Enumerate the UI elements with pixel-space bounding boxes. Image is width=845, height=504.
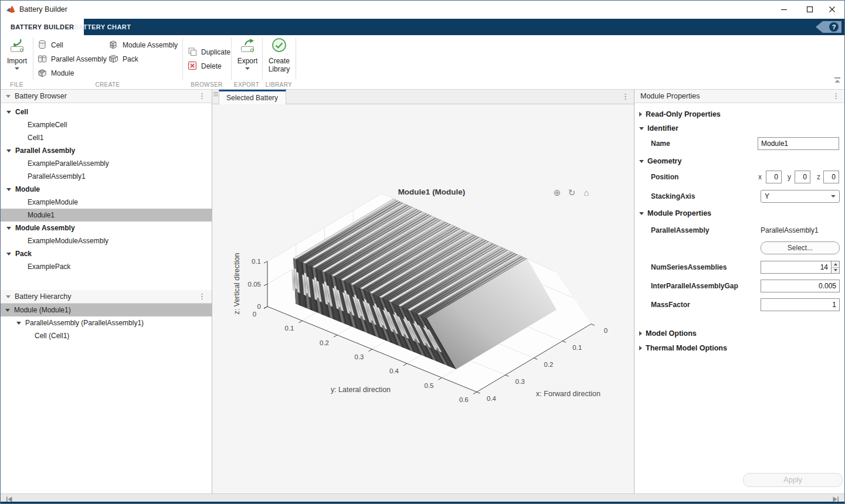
tree-group-module-assembly[interactable]: Module Assembly — [1, 222, 212, 234]
chevron-down-icon[interactable] — [6, 188, 11, 191]
num-series-spinner[interactable] — [832, 261, 840, 274]
parallel-assembly-icon — [37, 53, 47, 66]
tab-selected-battery[interactable]: Selected Battery — [219, 90, 286, 104]
delete-button[interactable]: Delete — [187, 59, 222, 73]
maximize-button[interactable] — [801, 3, 819, 16]
section-read-only-properties[interactable]: Read-Only Properties — [639, 108, 721, 121]
chevron-right-icon[interactable] — [639, 331, 642, 336]
tree-label: Pack — [15, 250, 32, 258]
section-thermal-model-options[interactable]: Thermal Model Options — [639, 342, 727, 355]
tree-item-exampleparallelassembly[interactable]: ExampleParallelAssembly — [1, 157, 212, 170]
section-module-properties[interactable]: Module Properties — [639, 207, 711, 220]
position-z-field[interactable] — [823, 171, 839, 183]
battery-3d-plot[interactable]: 00.10.20.30.40.50.600.10.20.30.400.050.1… — [212, 104, 634, 495]
chevron-down-icon[interactable] — [6, 149, 11, 152]
chevron-down-icon[interactable] — [16, 322, 21, 325]
tree-label: ExampleParallelAssembly — [28, 159, 109, 168]
create-cell-button[interactable]: Cell — [37, 38, 63, 52]
collapse-icon[interactable] — [6, 295, 11, 298]
import-icon — [8, 38, 26, 56]
module-icon — [37, 67, 47, 80]
spinner-up-icon[interactable] — [832, 261, 839, 268]
tree-group-cell[interactable]: Cell — [1, 105, 212, 118]
chevron-down-icon[interactable] — [639, 127, 644, 130]
panel-menu-icon[interactable]: ⋮ — [198, 91, 206, 100]
position-y-label: y — [788, 171, 793, 183]
create-library-label: Create Library — [264, 57, 294, 73]
battery-browser-header[interactable]: Battery Browser ⋮ — [1, 90, 212, 103]
tree-label: Cell1 — [28, 134, 43, 142]
chevron-down-icon[interactable] — [6, 227, 11, 230]
battery-hierarchy-header[interactable]: Battery Hierarchy ⋮ — [1, 290, 212, 304]
spinner-down-icon[interactable] — [832, 268, 839, 274]
chevron-down-icon[interactable] — [639, 212, 644, 215]
position-x-field[interactable] — [766, 171, 782, 183]
panel-menu-icon[interactable]: ⋮ — [832, 91, 840, 100]
stacking-axis-dropdown[interactable]: Y — [761, 190, 840, 203]
chevron-down-icon[interactable] — [6, 111, 11, 114]
section-geometry[interactable]: Geometry — [639, 155, 681, 168]
chevron-down-icon[interactable] — [5, 309, 10, 312]
tab-battery-chart[interactable]: BATTERY CHART — [64, 19, 141, 35]
create-module-button[interactable]: Module — [37, 66, 74, 80]
x-tick-label: 0.3 — [515, 378, 525, 385]
minimize-button[interactable] — [775, 3, 793, 16]
panel-menu-icon[interactable]: ⋮ — [622, 92, 629, 101]
panel-menu-icon[interactable]: ⋮ — [198, 292, 206, 301]
y-tick-label: 0.6 — [459, 396, 469, 403]
plot-title: Module1 (Module) — [398, 188, 466, 196]
section-model-options[interactable]: Model Options — [639, 327, 697, 340]
export-button[interactable]: Export — [234, 38, 261, 70]
export-icon — [239, 38, 256, 56]
tree-label: Parallel Assembly — [15, 147, 75, 155]
apply-button[interactable]: Apply — [743, 473, 843, 487]
help-button[interactable]: ? — [816, 21, 841, 33]
hierarchy-row-parallelassembly[interactable]: ParallelAssembly (ParallelAssembly1) — [1, 316, 212, 329]
section-identifier[interactable]: Identifier — [639, 122, 678, 135]
tree-item-module1[interactable]: Module1 — [1, 209, 212, 222]
y-tick-label: 0.3 — [355, 353, 364, 360]
create-library-button[interactable]: Create Library — [264, 38, 294, 73]
inter-parallel-assembly-gap-field[interactable] — [761, 280, 840, 292]
name-field[interactable] — [758, 137, 839, 150]
tree-item-examplemodule[interactable]: ExampleModule — [1, 196, 212, 209]
plot-toolbar-rotate-icon[interactable]: ↻ — [568, 188, 576, 197]
tree-label: Module1 — [28, 211, 55, 219]
tree-group-pack[interactable]: Pack — [1, 247, 212, 260]
chevron-right-icon[interactable] — [639, 112, 642, 117]
import-button[interactable]: Import — [4, 38, 30, 70]
create-parallel-assembly-button[interactable]: Parallel Assembly — [37, 52, 107, 66]
collapse-toolstrip-icon[interactable] — [833, 76, 842, 87]
tree-item-parallelassembly1[interactable]: ParallelAssembly1 — [1, 170, 212, 183]
plot-toolbar-home-icon[interactable]: ⌂ — [583, 188, 589, 197]
select-parallel-assembly-button[interactable]: Select... — [761, 241, 840, 254]
duplicate-button[interactable]: Duplicate — [187, 45, 230, 59]
create-library-icon — [271, 38, 287, 56]
panel-drag-handle[interactable] — [213, 92, 218, 96]
tree-group-module[interactable]: Module — [1, 183, 212, 196]
section-title: Model Options — [646, 329, 697, 338]
tree-item-cell1[interactable]: Cell1 — [1, 131, 212, 144]
create-pack-button[interactable]: Pack — [108, 52, 138, 66]
tree-item-examplemoduleassembly[interactable]: ExampleModuleAssembly — [1, 234, 212, 247]
parallel-assembly-label: Parallel Assembly — [51, 55, 107, 63]
tree-label: ExampleModule — [28, 198, 78, 206]
plot-toolbar-pan-icon[interactable]: ⊕ — [554, 188, 561, 197]
create-module-assembly-button[interactable]: Module Assembly — [108, 38, 178, 52]
tree-item-examplecell[interactable]: ExampleCell — [1, 118, 212, 131]
tree-item-examplepack[interactable]: ExamplePack — [1, 260, 212, 273]
chevron-down-icon[interactable] — [6, 253, 11, 256]
num-series-assemblies-field[interactable] — [761, 261, 832, 274]
tree-group-parallel-assembly[interactable]: Parallel Assembly — [1, 144, 212, 157]
chevron-right-icon[interactable] — [639, 346, 642, 350]
horizontal-scrollbar[interactable] — [1, 493, 844, 502]
hierarchy-row-cell[interactable]: Cell (Cell1) — [1, 329, 212, 342]
mass-factor-field[interactable] — [761, 298, 840, 311]
close-button[interactable] — [823, 3, 841, 16]
hierarchy-row-module[interactable]: Module (Module1) — [1, 304, 212, 316]
position-y-field[interactable] — [795, 171, 810, 183]
collapse-icon[interactable] — [6, 95, 11, 98]
section-title: Geometry — [647, 157, 681, 165]
chevron-down-icon[interactable] — [639, 160, 644, 163]
help-icon: ? — [829, 22, 839, 32]
